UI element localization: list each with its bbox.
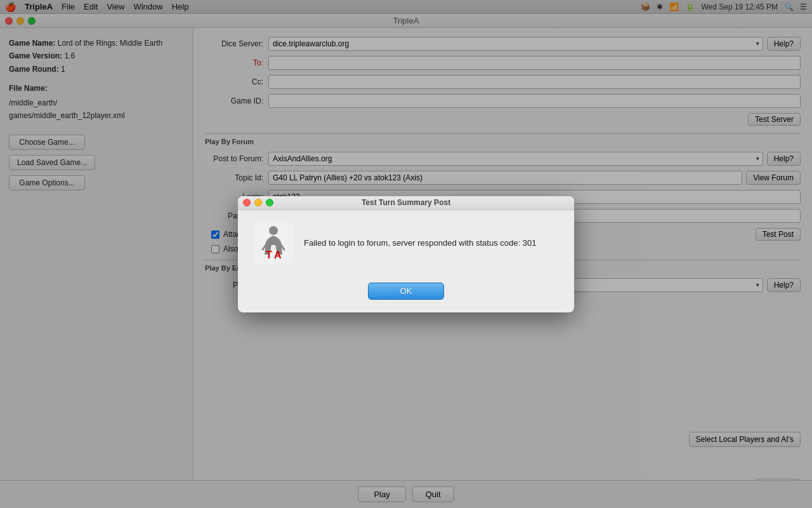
triplea-logo-icon: T A [253, 223, 294, 264]
modal-ok-button[interactable]: OK [368, 283, 445, 300]
modal-overlay: Test Turn Summary Post T A Failed to log… [0, 0, 812, 508]
modal-window: Test Turn Summary Post T A Failed to log… [238, 196, 574, 312]
modal-buttons: OK [238, 276, 574, 312]
modal-message: Failed to login to forum, server respond… [304, 238, 559, 248]
modal-traffic-lights [243, 199, 273, 206]
modal-content: T A Failed to login to forum, server res… [238, 210, 574, 276]
modal-maximize-button[interactable] [266, 199, 273, 206]
svg-point-1 [269, 226, 278, 235]
modal-title: Test Turn Summary Post [362, 198, 450, 207]
svg-text:A: A [274, 250, 282, 260]
modal-titlebar: Test Turn Summary Post [238, 196, 574, 210]
svg-text:T: T [266, 250, 272, 260]
modal-close-button[interactable] [243, 199, 251, 206]
modal-minimize-button[interactable] [254, 199, 262, 206]
